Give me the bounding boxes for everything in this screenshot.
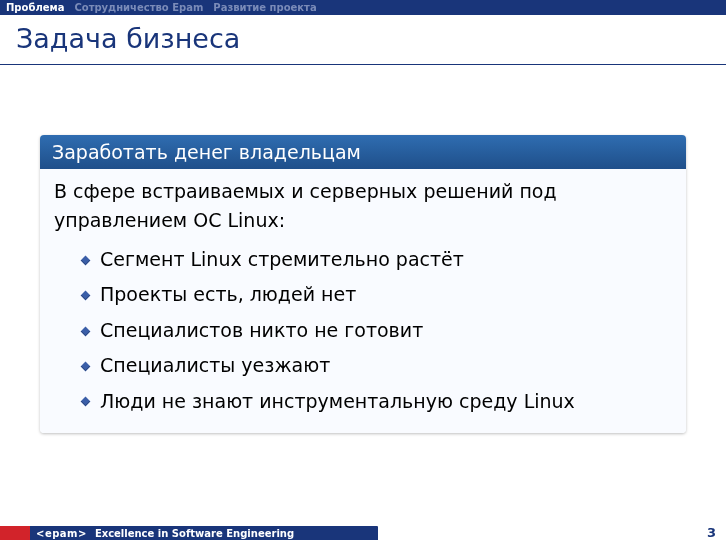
footer-brand-bar: <epam> Excellence in Software Engineerin… — [30, 526, 378, 540]
slide: Проблема Сотрудничество Epam Развитие пр… — [0, 0, 726, 544]
title-area: Задача бизнеса — [0, 15, 726, 65]
footer-bar: <epam> Excellence in Software Engineerin… — [0, 526, 378, 540]
list-item: Люди не знают инструментальную среду Lin… — [82, 384, 672, 419]
block-intro: В сфере встраиваемых и серверных решений… — [54, 177, 672, 236]
brand-tagline: Excellence in Software Engineering — [95, 528, 294, 539]
content-area: Заработать денег владельцам В сфере встр… — [0, 65, 726, 433]
slide-title: Задача бизнеса — [16, 23, 710, 54]
nav-section-project[interactable]: Развитие проекта — [213, 2, 316, 13]
footer-accent-red — [0, 526, 30, 540]
list-item: Специалисты уезжают — [82, 348, 672, 383]
footer: <epam> Excellence in Software Engineerin… — [0, 524, 726, 542]
nav-section-collab[interactable]: Сотрудничество Epam — [74, 2, 203, 13]
block: Заработать денег владельцам В сфере встр… — [40, 135, 686, 433]
list-item: Проекты есть, людей нет — [82, 277, 672, 312]
block-title: Заработать денег владельцам — [40, 135, 686, 169]
block-body: В сфере встраиваемых и серверных решений… — [40, 169, 686, 433]
list-item: Специалистов никто не готовит — [82, 313, 672, 348]
brand-logo: <epam> — [36, 528, 87, 539]
nav-section-problem[interactable]: Проблема — [6, 2, 64, 13]
nav-bar: Проблема Сотрудничество Epam Развитие пр… — [0, 0, 726, 15]
page-number: 3 — [707, 525, 716, 540]
bullet-list: Сегмент Linux стремительно растёт Проект… — [54, 242, 672, 419]
list-item: Сегмент Linux стремительно растёт — [82, 242, 672, 277]
